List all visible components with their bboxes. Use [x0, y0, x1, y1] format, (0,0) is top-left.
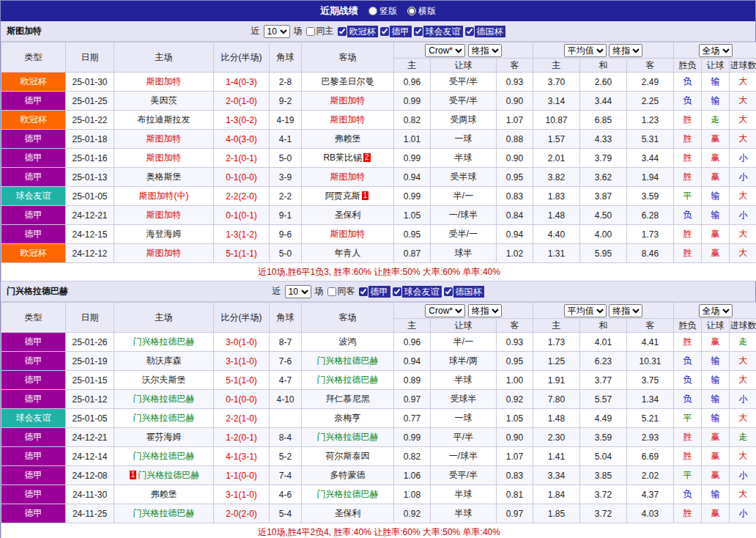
layout-option-vertical[interactable]: 竖版: [368, 5, 397, 18]
match-count-select[interactable]: 10: [285, 285, 311, 298]
odds-handicap: 受平/半: [431, 466, 497, 485]
result-goals: 大: [730, 409, 756, 428]
score: 5-1(1-0): [214, 371, 270, 390]
match-date: 24-11-25: [66, 504, 114, 523]
match-date: 25-01-16: [66, 149, 114, 168]
competition-label: 欧冠杯: [347, 26, 378, 37]
odds-away: 0.90: [497, 92, 533, 111]
competition-checkbox[interactable]: [465, 27, 474, 36]
odds-home: 0.95: [394, 225, 431, 244]
home-team-cell: 弗赖堡: [114, 485, 214, 504]
same-venue-filter[interactable]: 同主: [306, 25, 334, 37]
score: 2-0(2-0): [214, 504, 270, 523]
avg-draw: 2.60: [580, 73, 627, 92]
horizontal-layout-label: 横版: [418, 5, 436, 18]
same-venue-filter[interactable]: 同客: [327, 285, 355, 298]
avg-home: 1.57: [533, 130, 580, 149]
table-row: 欧冠杯 24-12-12 斯图加特 5-1(1-1) 5-0 年青人 0.87 …: [1, 244, 756, 263]
avg-source-select[interactable]: 平均值: [564, 304, 607, 317]
rank-badge: 1: [362, 191, 369, 200]
avg-away: 5.31: [627, 130, 674, 149]
competition-badge: 德甲: [1, 352, 66, 371]
result-win-draw-loss: 胜: [674, 149, 702, 168]
odds-handicap: 一球: [431, 130, 497, 149]
match-date: 25-01-22: [66, 111, 114, 130]
competition-checkbox[interactable]: [393, 287, 401, 296]
match-count-select[interactable]: 10: [264, 25, 290, 38]
same-venue-checkbox[interactable]: [306, 27, 315, 36]
scope-select[interactable]: 全场: [699, 304, 733, 317]
competition-badge: 德甲: [1, 447, 66, 466]
col-odds-home: 主: [394, 319, 431, 333]
competition-checkbox[interactable]: [338, 27, 346, 36]
home-team-name: 美因茨: [151, 95, 177, 106]
avg-away: 2.49: [627, 73, 674, 92]
page-title: 近期战绩: [320, 4, 358, 18]
away-team-cell: 斯图加特: [302, 92, 394, 111]
table-row: 德甲 24-11-30 弗赖堡 3-1(1-0) 4-6 门兴格拉德巴赫 1.0…: [1, 485, 756, 504]
odds-home: 0.99: [394, 428, 431, 447]
competition-filter[interactable]: 球会友谊: [414, 26, 463, 37]
competition-filter[interactable]: 欧冠杯: [338, 26, 378, 37]
competition-checkbox[interactable]: [444, 287, 453, 296]
result-handicap: 输: [702, 206, 730, 225]
match-date: 25-01-30: [66, 73, 114, 92]
odds-source-select[interactable]: Crow*: [425, 304, 465, 317]
competition-filter[interactable]: 球会友谊: [393, 286, 442, 298]
away-team-name: 斯图加特: [330, 114, 366, 125]
odds-away: 0.83: [497, 187, 533, 206]
competition-badge: 欧冠杯: [1, 73, 66, 92]
competition-checkbox[interactable]: [380, 27, 389, 36]
corner-score: 9-1: [270, 206, 302, 225]
avg-draw: 5.95: [580, 244, 627, 263]
vertical-layout-radio[interactable]: [368, 7, 377, 15]
table-row: 球会友谊 25-01-05 斯图加特(中) 2-2(2-0) 2-2 阿贾克斯1…: [1, 187, 756, 206]
competition-label: 德国杯: [453, 286, 484, 298]
home-team-name: 斯图加特: [147, 133, 182, 144]
corner-score: 7-4: [270, 466, 302, 485]
table-row: 德甲 24-12-15 海登海姆 1-3(1-2) 9-6 斯图加特 0.95 …: [1, 225, 756, 244]
competition-filter[interactable]: 德甲: [380, 26, 412, 37]
home-team-cell: 斯图加特: [114, 206, 214, 225]
section-header: 斯图加特 近 10 场 同主 欧冠杯德甲球会友谊德国杯: [1, 21, 755, 42]
match-date: 24-12-12: [66, 244, 114, 263]
result-goals: 大: [730, 244, 756, 263]
competition-filter[interactable]: 德国杯: [444, 286, 484, 298]
score: 0-1(0-0): [214, 390, 270, 409]
avg-time-select[interactable]: 终指: [609, 44, 642, 57]
odds-away: 0.90: [497, 428, 533, 447]
scope-select[interactable]: 全场: [699, 44, 733, 57]
match-date: 25-01-18: [66, 130, 114, 149]
competition-filter[interactable]: 德甲: [359, 286, 390, 298]
result-goals: 大: [730, 447, 756, 466]
col-result-handicap: 让球: [702, 319, 730, 333]
competition-badge: 德甲: [1, 466, 66, 485]
result-handicap: 输: [702, 73, 730, 92]
competition-checkbox[interactable]: [414, 27, 423, 36]
avg-away: 6.28: [627, 206, 674, 225]
result-win-draw-loss: 平: [674, 409, 702, 428]
table-row: 德甲 24-11-25 门兴格拉德巴赫 2-0(2-0) 5-4 圣保利 0.9…: [1, 504, 756, 523]
col-away: 客场: [302, 303, 394, 333]
odds-home: 1.01: [394, 130, 431, 149]
odds-time-select[interactable]: 终指: [468, 304, 502, 317]
same-venue-checkbox[interactable]: [327, 287, 336, 296]
layout-option-horizontal[interactable]: 横版: [407, 5, 436, 18]
fullmatch-group-header: 全场: [674, 43, 756, 59]
section-header: 门兴格拉德巴赫 近 10 场 同客 德甲球会友谊德国杯: [1, 281, 755, 302]
result-win-draw-loss: 胜: [674, 111, 702, 130]
odds-source-select[interactable]: Crow*: [425, 44, 465, 57]
filter-bar: 近 10 场 同主 欧冠杯德甲球会友谊德国杯: [251, 25, 505, 38]
competition-filter[interactable]: 德国杯: [465, 26, 505, 37]
avg-source-select[interactable]: 平均值: [564, 44, 607, 57]
competition-checkbox[interactable]: [359, 287, 368, 296]
match-date: 25-01-15: [66, 371, 114, 390]
avg-draw: 5.04: [580, 447, 627, 466]
odds-away: 0.84: [497, 206, 533, 225]
horizontal-layout-radio[interactable]: [407, 7, 416, 15]
same-venue-label: 同客: [338, 285, 355, 298]
score: 1-3(0-2): [214, 111, 270, 130]
odds-time-select[interactable]: 终指: [468, 44, 502, 57]
avg-home: 3.34: [533, 466, 580, 485]
avg-time-select[interactable]: 终指: [609, 304, 642, 317]
